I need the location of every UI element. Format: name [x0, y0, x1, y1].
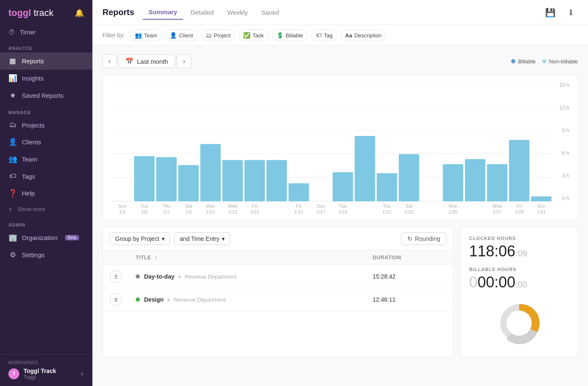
- legend-non-billable: Non-billable: [542, 58, 578, 65]
- chevron-down-icon: ▾: [222, 235, 225, 242]
- filter-tag[interactable]: 🏷 Tag: [311, 29, 337, 41]
- analyze-section-label: ANALYZE: [0, 40, 92, 52]
- filter-client[interactable]: 👤 Client: [165, 29, 197, 41]
- billable-dot: [511, 59, 515, 63]
- logo-area: toggl track 🔔: [0, 0, 92, 24]
- topbar: Reports Summary Detailed Weekly Saved 💾 …: [92, 0, 588, 25]
- x-axis-label: Sun1/3: [111, 203, 134, 215]
- timer-icon: ⏱: [8, 29, 15, 36]
- saved-reports-icon: ★: [8, 91, 17, 100]
- svg-rect-2: [178, 165, 199, 201]
- sidebar-item-organization[interactable]: 🏢 Organization Beta: [0, 229, 92, 246]
- billable-filter-icon: 💲: [276, 32, 284, 39]
- workspace-avatar: T: [8, 368, 19, 379]
- x-axis-label: Sat1/23: [398, 203, 420, 215]
- workspace-item[interactable]: T Toggl Track Toggl ∨: [8, 368, 84, 380]
- main-content: Reports Summary Detailed Weekly Saved 💾 …: [92, 0, 588, 386]
- x-axis-label: Fri1/15: [288, 203, 310, 215]
- sidebar-item-team[interactable]: 👥 Team: [0, 151, 92, 168]
- tab-saved[interactable]: Saved: [255, 5, 285, 19]
- svg-rect-14: [487, 164, 507, 201]
- row-project-cell[interactable]: Design ● Revenue Department: [129, 288, 366, 311]
- clocked-hours-label: CLOCKED HOURS: [469, 236, 569, 241]
- show-more-button[interactable]: ∨ Show more: [0, 202, 92, 216]
- svg-rect-1: [156, 157, 177, 201]
- date-range-selector[interactable]: 📅 Last month: [118, 55, 175, 68]
- data-table: Group by Project ▾ and Time Entry ▾ ↻ Ro…: [102, 227, 454, 357]
- filter-team[interactable]: 👥 Team: [130, 29, 162, 41]
- download-report-button[interactable]: ⬇: [564, 6, 578, 19]
- svg-rect-5: [244, 160, 265, 201]
- x-axis-label: Wed1/27: [486, 203, 509, 215]
- table-row: 6 Design ● Revenue Department 12:46:11: [103, 288, 453, 311]
- content-area: ‹ 📅 Last month › Billable Non-billable: [92, 46, 588, 386]
- calendar-icon: 📅: [126, 57, 134, 65]
- svg-rect-0: [134, 156, 155, 201]
- clocked-hours-value: 118:06:09: [469, 243, 569, 260]
- tab-weekly[interactable]: Weekly: [221, 5, 254, 19]
- sidebar-item-settings[interactable]: ⚙ Settings: [0, 246, 92, 263]
- team-icon: 👥: [8, 155, 17, 164]
- notifications-icon[interactable]: 🔔: [75, 8, 84, 18]
- col-duration-header[interactable]: DURATION: [366, 250, 453, 265]
- sidebar-item-saved-reports[interactable]: ★ Saved Reports: [0, 87, 92, 104]
- svg-rect-8: [333, 172, 353, 201]
- row-duration-cell: 15:28:42: [366, 265, 453, 288]
- next-period-button[interactable]: ›: [177, 54, 191, 68]
- legend-billable: Billable: [511, 58, 536, 65]
- tab-detailed[interactable]: Detailed: [185, 5, 220, 19]
- table-controls: Group by Project ▾ and Time Entry ▾ ↻ Ro…: [103, 227, 453, 250]
- x-axis-label: Thu1/21: [376, 203, 398, 215]
- team-filter-icon: 👥: [135, 32, 142, 39]
- x-axis-label: Sun1/17: [310, 203, 332, 215]
- timer-nav-item[interactable]: ⏱ Timer: [0, 24, 92, 40]
- non-billable-dot: [542, 59, 546, 63]
- bar-chart: 15 h 12 h 9 h 6 h 3 h 0 h: [102, 75, 578, 220]
- workspace-section: WORKSPACE T Toggl Track Toggl ∨: [0, 354, 92, 386]
- filter-description[interactable]: Aa Description: [341, 30, 386, 41]
- filter-by-label: Filter by:: [102, 32, 125, 39]
- col-title-header[interactable]: TITLE ↑: [129, 250, 366, 265]
- time-entry-select[interactable]: and Time Entry ▾: [174, 232, 230, 245]
- sidebar-item-clients[interactable]: 👤 Clients: [0, 133, 92, 151]
- row-project-cell[interactable]: Day-to-day ● Revenue Department: [129, 265, 366, 288]
- svg-rect-7: [289, 183, 309, 201]
- admin-section-label: ADMIN: [0, 216, 92, 229]
- billable-hours-label: BILLABLE HOURS: [469, 267, 569, 272]
- rounding-button[interactable]: ↻ Rounding: [401, 232, 446, 245]
- save-report-button[interactable]: 💾: [542, 6, 559, 19]
- x-axis-label: Fri1/29: [508, 203, 530, 215]
- group-by-select[interactable]: Group by Project ▾: [110, 232, 170, 245]
- svg-rect-12: [443, 164, 463, 201]
- x-axis-label: Tue1/19: [332, 203, 354, 215]
- date-navigation: ‹ 📅 Last month › Billable Non-billable: [102, 54, 578, 68]
- manage-section-label: MANAGE: [0, 104, 92, 117]
- x-axis-label: Mon1/25: [442, 203, 465, 215]
- row-duration-cell: 12:46:11: [366, 288, 453, 311]
- svg-rect-4: [222, 160, 243, 201]
- filter-task[interactable]: ✅ Task: [239, 29, 268, 41]
- y-axis-labels: 15 h 12 h 9 h 6 h 3 h 0 h: [554, 82, 569, 201]
- sort-icon: ↑: [155, 255, 158, 261]
- sidebar-item-tags[interactable]: 🏷 Tags: [0, 168, 92, 185]
- filter-project[interactable]: 🗂 Project: [201, 29, 235, 41]
- client-filter-icon: 👤: [170, 32, 177, 39]
- stats-panel: CLOCKED HOURS 118:06:09 BILLABLE HOURS 0…: [460, 227, 578, 357]
- svg-rect-11: [399, 154, 419, 201]
- filter-billable[interactable]: 💲 Billable: [272, 29, 308, 41]
- chart-svg: [111, 82, 552, 201]
- sidebar-item-insights[interactable]: 📊 Insights: [0, 70, 92, 87]
- sidebar-item-help[interactable]: ❓ Help: [0, 185, 92, 202]
- svg-rect-6: [266, 160, 287, 201]
- x-axis-label: Fri1/15: [244, 203, 266, 215]
- tab-summary[interactable]: Summary: [143, 5, 183, 20]
- row-number-cell: 6: [103, 288, 129, 311]
- svg-rect-16: [531, 196, 551, 201]
- prev-period-button[interactable]: ‹: [102, 54, 117, 68]
- chevron-down-icon: ▾: [162, 235, 165, 242]
- x-axis-label: Sat1/9: [178, 203, 200, 215]
- page-title: Reports: [102, 8, 134, 17]
- sidebar-item-reports[interactable]: ▦ Reports: [0, 52, 92, 70]
- sidebar-item-projects[interactable]: 🗂 Projects: [0, 117, 92, 133]
- bottom-section: Group by Project ▾ and Time Entry ▾ ↻ Ro…: [102, 227, 578, 357]
